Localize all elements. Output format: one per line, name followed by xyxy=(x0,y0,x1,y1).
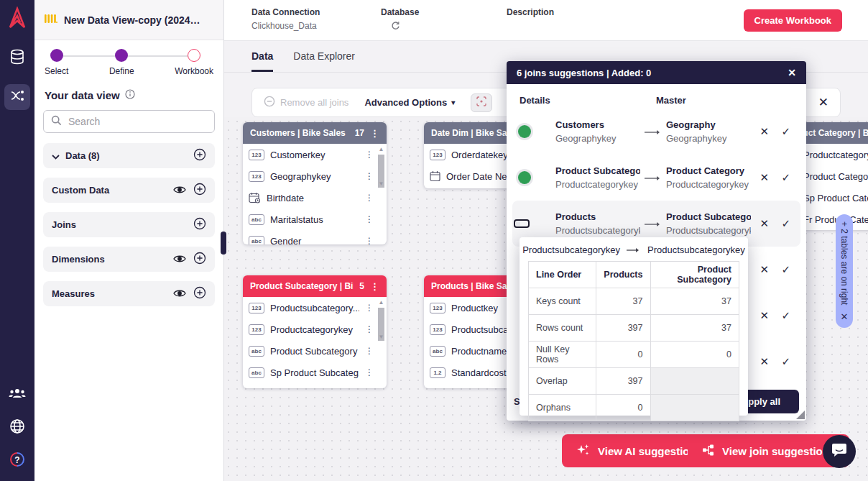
sidebar-item-data[interactable]: Data (8) xyxy=(43,143,215,168)
sidebar-item-joins[interactable]: Joins xyxy=(43,212,215,237)
text-type-icon: abc xyxy=(249,367,264,378)
sidebar-item-joins-builder[interactable] xyxy=(4,84,30,110)
join-stats-tooltip: Productsubcategorykey Productsubcategory… xyxy=(520,237,748,416)
close-toolbar-icon[interactable]: ✕ xyxy=(818,95,828,110)
accept-join-icon[interactable]: ✓ xyxy=(781,263,790,276)
chevron-down-icon xyxy=(52,150,60,162)
chat-bubble-icon xyxy=(831,442,847,461)
step-dot-filled xyxy=(115,49,128,62)
reject-join-icon[interactable]: ✕ xyxy=(760,125,769,138)
kebab-menu-icon[interactable]: ⋮ xyxy=(365,346,374,356)
decimal-type-icon: 1.2 xyxy=(430,367,445,378)
info-icon[interactable] xyxy=(125,89,135,101)
scroll-down-icon[interactable]: ▼ xyxy=(379,180,384,188)
scroll-up-icon[interactable]: ▲ xyxy=(379,299,384,306)
plus-circle-icon[interactable] xyxy=(193,148,206,164)
join-status-dot[interactable] xyxy=(518,171,531,184)
reject-join-icon[interactable]: ✕ xyxy=(760,263,769,276)
globe-button[interactable] xyxy=(4,415,30,441)
tables-on-right-pill[interactable]: + 2 tables are on right ✕ xyxy=(836,214,853,328)
kebab-menu-icon[interactable]: ⋮ xyxy=(365,367,374,377)
field-row[interactable]: abc Sp Product Subcateg... ⋮ xyxy=(243,362,387,383)
sidebar-item-dimensions[interactable]: Dimensions xyxy=(43,247,215,272)
help-button[interactable]: ? xyxy=(4,448,30,474)
remove-all-joins-button[interactable]: Remove all joins xyxy=(264,96,348,109)
kebab-menu-icon[interactable]: ⋮ xyxy=(365,214,374,224)
modal-resize-handle[interactable] xyxy=(796,411,805,419)
create-workbook-button[interactable]: Create Workbook xyxy=(744,9,842,32)
kebab-menu-icon[interactable]: ⋮ xyxy=(365,193,374,203)
close-icon[interactable]: ✕ xyxy=(788,67,796,78)
reject-join-icon[interactable]: ✕ xyxy=(760,309,769,322)
join-suggestion-row[interactable]: Product Subcategory Productcategorykey P… xyxy=(512,155,800,201)
brand-logo-icon[interactable] xyxy=(6,6,28,32)
scroll-down-icon[interactable]: ▼ xyxy=(379,334,384,341)
field-row[interactable]: abc Gender ⋮ xyxy=(243,230,387,244)
reject-join-icon[interactable]: ✕ xyxy=(760,217,769,230)
reject-join-icon[interactable]: ✕ xyxy=(760,355,769,368)
dataview-title-bar: New Data View-copy (2024… xyxy=(34,0,223,40)
search-input[interactable] xyxy=(68,116,207,127)
table-card-header[interactable]: Product Subcategory | Bik... 5 ⋮ xyxy=(243,275,387,297)
plus-circle-icon[interactable] xyxy=(193,252,206,267)
step-select[interactable]: Select xyxy=(45,49,68,82)
eye-icon[interactable] xyxy=(173,253,186,266)
sidebar-resize-handle[interactable] xyxy=(221,232,226,255)
field-row[interactable]: 123 Geographykey ⋮ xyxy=(243,165,387,187)
kebab-menu-icon[interactable]: ⋮ xyxy=(365,303,374,313)
join-stats-table: Line Order Products Product Subcategory … xyxy=(528,261,739,421)
kebab-menu-icon[interactable]: ⋮ xyxy=(370,129,379,138)
eye-icon[interactable] xyxy=(173,288,186,301)
sidebar-item-measures[interactable]: Measures xyxy=(43,281,215,306)
field-row[interactable]: 123 Customerkey ⋮ xyxy=(243,144,387,165)
top-bar: Data Connection Clickhouse_Data Database… xyxy=(224,0,868,41)
accept-join-icon[interactable]: ✓ xyxy=(781,125,790,138)
tab-data-explorer[interactable]: Data Explorer xyxy=(293,50,355,72)
columns-icon xyxy=(45,13,57,27)
accept-join-icon[interactable]: ✓ xyxy=(781,309,790,322)
sidebar-item-custom-data[interactable]: Custom Data xyxy=(43,178,215,203)
field-row[interactable]: 123 Productcategorykey ⋮ xyxy=(243,319,387,340)
tab-data[interactable]: Data xyxy=(251,50,273,72)
join-status-dot[interactable] xyxy=(518,125,531,138)
kebab-menu-icon[interactable]: ⋮ xyxy=(365,236,374,244)
scroll-up-icon[interactable]: ▲ xyxy=(379,146,384,153)
modal-header[interactable]: 6 joins suggestions | Added: 0 ✕ xyxy=(507,61,806,84)
chat-launcher[interactable] xyxy=(823,435,856,468)
close-icon[interactable]: ✕ xyxy=(841,311,849,322)
field-row[interactable]: abc Fr Product Subcateg... ⋮ xyxy=(243,383,387,388)
field-row[interactable]: 123 Productsubcategory... ⋮ xyxy=(243,297,387,319)
accept-join-icon[interactable]: ✓ xyxy=(781,355,790,368)
arrow-right-icon xyxy=(640,125,666,138)
table-card-product-subcategory[interactable]: Product Subcategory | Bik... 5 ⋮ 123 Pro… xyxy=(243,275,387,388)
modal-column-headers: Details Master xyxy=(507,84,806,109)
card-scrollbar[interactable]: ▲ ▼ xyxy=(377,146,386,189)
kebab-menu-icon[interactable]: ⋮ xyxy=(365,324,374,334)
users-button[interactable] xyxy=(4,382,30,408)
step-define[interactable]: Define xyxy=(109,49,134,82)
step-workbook[interactable]: Workbook xyxy=(175,49,213,82)
field-row[interactable]: Birthdate ⋮ xyxy=(243,187,387,209)
kebab-menu-icon[interactable]: ⋮ xyxy=(365,150,374,160)
eye-icon[interactable] xyxy=(173,184,186,197)
accept-join-icon[interactable]: ✓ xyxy=(781,217,790,230)
sidebar-item-database[interactable] xyxy=(4,45,30,71)
fit-view-button[interactable] xyxy=(471,93,492,112)
step-dot-filled xyxy=(50,49,63,62)
data-connection-field: Data Connection Clickhouse_Data xyxy=(251,7,320,31)
plus-circle-icon[interactable] xyxy=(193,217,206,233)
field-row[interactable]: abc Product Subcategory ⋮ xyxy=(243,340,387,362)
table-card-customers[interactable]: Customers | Bike Sales 17 ⋮ 123 Customer… xyxy=(243,122,387,244)
reject-join-icon[interactable]: ✕ xyxy=(760,171,769,184)
field-row[interactable]: abc Maritalstatus ⋮ xyxy=(243,209,387,230)
kebab-menu-icon[interactable]: ⋮ xyxy=(365,171,374,181)
refresh-icon[interactable] xyxy=(391,20,419,33)
kebab-menu-icon[interactable]: ⋮ xyxy=(370,282,379,291)
accept-join-icon[interactable]: ✓ xyxy=(781,171,790,184)
advanced-options-dropdown[interactable]: Advanced Options ▾ xyxy=(364,97,455,108)
card-scrollbar[interactable]: ▲ ▼ xyxy=(377,299,386,342)
plus-circle-icon[interactable] xyxy=(193,183,206,198)
join-suggestion-row[interactable]: Customers Geographykey Geography Geograp… xyxy=(512,109,800,155)
plus-circle-icon[interactable] xyxy=(193,286,206,302)
table-card-header[interactable]: Customers | Bike Sales 17 ⋮ xyxy=(243,122,387,144)
